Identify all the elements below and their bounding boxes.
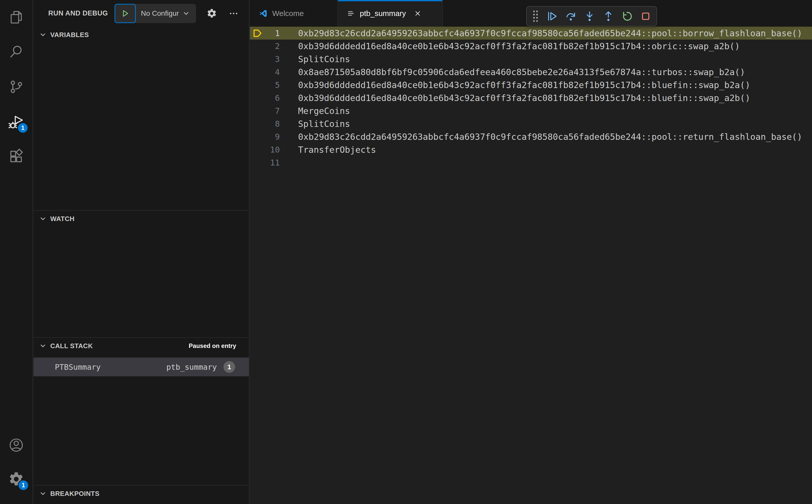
breakpoints-section-title: BREAKPOINTS xyxy=(50,490,99,498)
tab-ptb-summary[interactable]: ptb_summary xyxy=(338,0,443,27)
settings-gear-icon[interactable]: 1 xyxy=(8,471,24,487)
line-text: 0xb29d83c26cdd2a64959263abbcfc4a6937f0c9… xyxy=(298,28,802,38)
code-line[interactable]: 1 0xb29d83c26cdd2a64959263abbcfc4a6937f0… xyxy=(250,27,812,40)
line-number: 3 xyxy=(265,54,280,64)
line-number: 5 xyxy=(265,80,280,90)
chevron-down-icon xyxy=(182,10,190,17)
debug-start-control: No Configur xyxy=(114,4,196,23)
line-text: TransferObjects xyxy=(298,145,376,155)
editor-area: Welcome ptb_summary xyxy=(250,0,812,504)
chevron-down-icon xyxy=(39,342,47,350)
extensions-icon[interactable] xyxy=(8,148,24,164)
search-icon[interactable] xyxy=(8,44,24,60)
debug-sessions-badge: 1 xyxy=(17,122,28,133)
code-line[interactable]: 8 SplitCoins xyxy=(250,117,812,130)
vscode-logo-icon xyxy=(258,9,268,18)
step-into-button[interactable] xyxy=(583,10,596,23)
line-text: 0xb39d6dddedd16ed8a40ce0b1e6b43c92acf0ff… xyxy=(298,93,750,103)
close-tab-icon[interactable] xyxy=(413,9,422,18)
step-over-button[interactable] xyxy=(565,10,577,23)
explorer-icon[interactable] xyxy=(8,9,24,25)
watch-section-header[interactable]: WATCH xyxy=(34,211,249,227)
run-and-debug-icon[interactable]: 1 xyxy=(8,114,24,130)
code-line[interactable]: 6 0xb39d6dddedd16ed8a40ce0b1e6b43c92acf0… xyxy=(250,91,812,104)
run-and-debug-sidebar: RUN AND DEBUG No Configur xyxy=(34,0,249,504)
debug-configuration-dropdown[interactable]: No Configur xyxy=(136,4,196,23)
account-icon[interactable] xyxy=(8,437,24,453)
toolbar-drag-handle-icon[interactable] xyxy=(531,9,540,23)
line-text: SplitCoins xyxy=(298,54,350,64)
chevron-down-icon xyxy=(39,31,47,39)
call-stack-section-header[interactable]: CALL STACK Paused on entry xyxy=(34,338,249,354)
stack-frame-name: PTBSummary xyxy=(55,363,101,372)
line-number: 2 xyxy=(265,41,280,51)
line-number: 1 xyxy=(265,28,280,38)
tab-label: Welcome xyxy=(272,9,304,18)
debug-settings-gear-icon[interactable] xyxy=(206,7,218,20)
call-stack-frame-row[interactable]: PTBSummary ptb_summary 1 xyxy=(34,358,249,376)
code-line[interactable]: 10 TransferObjects xyxy=(250,143,812,156)
source-control-icon[interactable] xyxy=(8,79,24,95)
variables-section-header[interactable]: VARIABLES xyxy=(34,27,249,43)
line-text: 0xb39d6dddedd16ed8a40ce0b1e6b43c92acf0ff… xyxy=(298,41,740,51)
settings-badge: 1 xyxy=(18,480,29,491)
line-number: 7 xyxy=(265,106,280,116)
chevron-down-icon xyxy=(39,490,47,497)
line-number: 6 xyxy=(265,93,280,103)
breakpoints-section: BREAKPOINTS xyxy=(34,485,249,504)
call-stack-section-title: CALL STACK xyxy=(50,342,93,350)
tab-label: ptb_summary xyxy=(360,9,406,18)
line-text: 0xb39d6dddedd16ed8a40ce0b1e6b43c92acf0ff… xyxy=(298,80,750,90)
code-line[interactable]: 7 MergeCoins xyxy=(250,104,812,117)
continue-button[interactable] xyxy=(546,10,559,23)
line-number: 4 xyxy=(265,67,280,77)
call-stack-status: Paused on entry xyxy=(189,342,236,349)
line-text: 0xb29d83c26cdd2a64959263abbcfc4a6937f0c9… xyxy=(298,132,802,142)
current-execution-arrow-icon xyxy=(250,27,265,39)
start-debugging-button[interactable] xyxy=(114,4,136,23)
sidebar-titlebar: RUN AND DEBUG No Configur xyxy=(34,0,249,27)
call-stack-section: CALL STACK Paused on entry PTBSummary pt… xyxy=(34,337,249,485)
code-viewport[interactable]: 1 0xb29d83c26cdd2a64959263abbcfc4a6937f0… xyxy=(250,27,812,504)
step-out-button[interactable] xyxy=(602,10,615,23)
line-text: MergeCoins xyxy=(298,106,350,116)
breakpoints-section-header[interactable]: BREAKPOINTS xyxy=(34,485,249,502)
tab-welcome[interactable]: Welcome xyxy=(250,0,338,27)
vscode-window: 1 1 RUN AND DEBUG xyxy=(0,0,812,504)
code-line[interactable]: 11 xyxy=(250,156,812,169)
debug-toolbar xyxy=(526,6,657,26)
line-number: 9 xyxy=(265,132,280,142)
views-more-actions-icon[interactable] xyxy=(227,7,240,20)
code-line[interactable]: 3 SplitCoins xyxy=(250,53,812,65)
code-line[interactable]: 9 0xb29d83c26cdd2a64959263abbcfc4a6937f0… xyxy=(250,130,812,143)
stack-frame-source: ptb_summary xyxy=(166,363,217,372)
line-number: 8 xyxy=(265,119,280,129)
restart-button[interactable] xyxy=(621,10,634,23)
stack-frame-badge: 1 xyxy=(223,361,235,373)
chevron-down-icon xyxy=(39,215,47,223)
watch-section: WATCH xyxy=(34,210,249,337)
debug-configuration-label: No Configur xyxy=(141,9,179,18)
list-file-icon xyxy=(346,9,355,18)
code-line[interactable]: 4 0x8ae871505a80d8bf6bf9c05906cda6edfeea… xyxy=(250,65,812,78)
line-text: 0x8ae871505a80d8bf6bf9c05906cda6edfeea46… xyxy=(298,67,745,77)
activity-bar: 1 1 xyxy=(0,0,33,504)
watch-section-title: WATCH xyxy=(50,215,74,223)
code-line[interactable]: 2 0xb39d6dddedd16ed8a40ce0b1e6b43c92acf0… xyxy=(250,40,812,53)
line-text: SplitCoins xyxy=(298,119,350,129)
sidebar-title: RUN AND DEBUG xyxy=(48,9,108,17)
code-line[interactable]: 5 0xb39d6dddedd16ed8a40ce0b1e6b43c92acf0… xyxy=(250,78,812,91)
stop-button[interactable] xyxy=(639,10,652,23)
variables-section: VARIABLES xyxy=(34,27,249,210)
line-number: 10 xyxy=(265,145,280,155)
line-number: 11 xyxy=(265,158,280,167)
variables-section-title: VARIABLES xyxy=(50,31,89,39)
